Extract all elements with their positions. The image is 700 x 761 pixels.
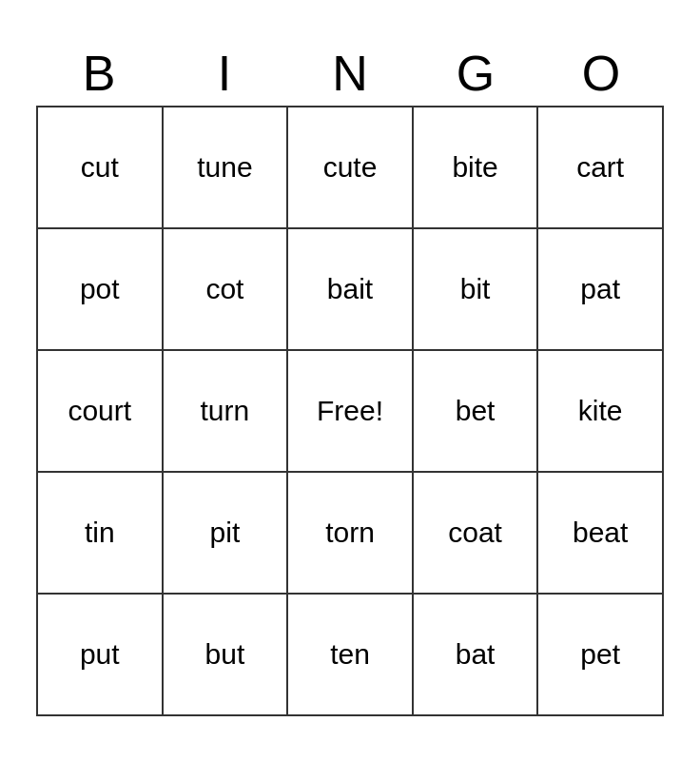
- bingo-header: B I N G O: [36, 45, 664, 102]
- cell-4-4[interactable]: pet: [538, 595, 664, 716]
- cell-4-3[interactable]: bat: [414, 595, 539, 716]
- cell-2-1[interactable]: turn: [164, 351, 289, 473]
- header-n: N: [288, 45, 412, 102]
- cell-3-4[interactable]: beat: [538, 473, 664, 595]
- cell-3-1[interactable]: pit: [164, 473, 289, 595]
- cell-1-1[interactable]: cot: [164, 229, 289, 351]
- cell-2-0[interactable]: court: [38, 351, 164, 473]
- cell-3-3[interactable]: coat: [414, 473, 539, 595]
- cell-0-3[interactable]: bite: [414, 107, 539, 229]
- cell-1-0[interactable]: pot: [38, 229, 164, 351]
- cell-1-3[interactable]: bit: [414, 229, 539, 351]
- cell-4-0[interactable]: put: [38, 595, 164, 716]
- cell-3-2[interactable]: torn: [288, 473, 414, 595]
- cell-2-2[interactable]: Free!: [288, 351, 414, 473]
- cell-4-2[interactable]: ten: [288, 595, 414, 716]
- cell-1-4[interactable]: pat: [538, 229, 664, 351]
- cell-0-4[interactable]: cart: [538, 107, 664, 229]
- cell-0-1[interactable]: tune: [164, 107, 289, 229]
- cell-2-3[interactable]: bet: [414, 351, 539, 473]
- header-i: I: [163, 45, 286, 102]
- cell-0-2[interactable]: cute: [288, 107, 414, 229]
- header-g: G: [414, 45, 537, 102]
- header-o: O: [539, 45, 663, 102]
- header-b: B: [37, 45, 161, 102]
- cell-4-1[interactable]: but: [164, 595, 289, 716]
- bingo-card: B I N G O cut tune cute bite cart pot co…: [17, 26, 683, 735]
- bingo-grid: cut tune cute bite cart pot cot bait bit…: [36, 106, 664, 716]
- cell-3-0[interactable]: tin: [38, 473, 164, 595]
- cell-1-2[interactable]: bait: [288, 229, 414, 351]
- cell-0-0[interactable]: cut: [38, 107, 164, 229]
- cell-2-4[interactable]: kite: [538, 351, 664, 473]
